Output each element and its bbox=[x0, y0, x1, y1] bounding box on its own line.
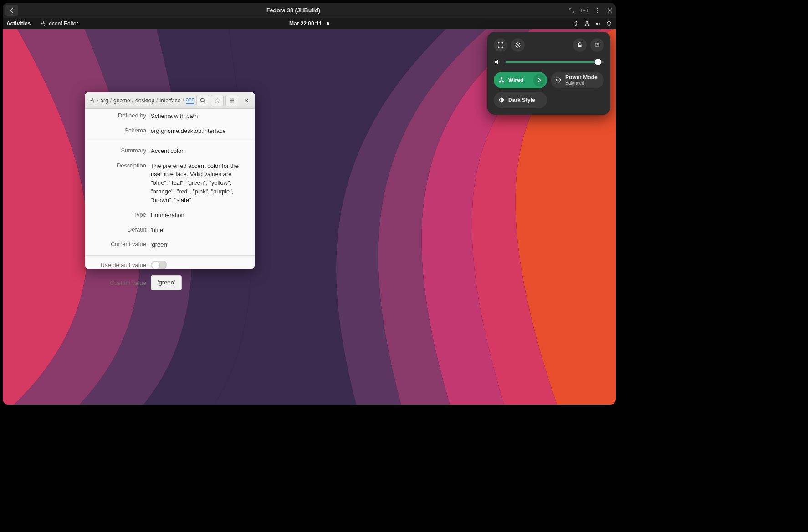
lock-icon bbox=[577, 42, 583, 48]
use-default-toggle[interactable] bbox=[151, 261, 167, 269]
search-icon bbox=[199, 97, 206, 104]
gnome-panel: Activities dconf Editor Mar 22 00:11 bbox=[3, 18, 616, 29]
svg-point-5 bbox=[41, 23, 43, 25]
svg-point-4 bbox=[43, 21, 45, 23]
screenshot-icon bbox=[497, 42, 504, 48]
chevron-left-icon bbox=[9, 7, 15, 14]
svg-rect-0 bbox=[582, 9, 587, 12]
field-value: Accent color bbox=[151, 147, 250, 156]
svg-point-3 bbox=[597, 12, 598, 13]
field-label: Summary bbox=[90, 147, 146, 156]
field-row: Current value 'green' bbox=[85, 238, 255, 253]
activities-button[interactable]: Activities bbox=[6, 20, 31, 27]
field-label: Default bbox=[90, 226, 146, 235]
volume-icon bbox=[595, 20, 601, 27]
field-value: org.gnome.desktop.interface bbox=[151, 127, 250, 136]
volume-icon bbox=[494, 58, 501, 66]
svg-point-13 bbox=[92, 98, 93, 99]
vm-title: Fedora 38 (JHBuild) bbox=[266, 7, 320, 14]
app-menu[interactable]: dconf Editor bbox=[40, 20, 78, 27]
star-icon bbox=[214, 97, 220, 104]
svg-rect-21 bbox=[499, 81, 501, 83]
power-button[interactable] bbox=[590, 38, 604, 52]
network-icon bbox=[584, 20, 590, 27]
breadcrumb-segment[interactable]: desktop bbox=[135, 97, 154, 104]
tile-sublabel: Balanced bbox=[565, 81, 598, 86]
dark-style-tile[interactable]: Dark Style bbox=[494, 92, 547, 108]
field-row: Schema org.gnome.desktop.interface bbox=[85, 124, 255, 139]
svg-rect-9 bbox=[585, 25, 587, 26]
volume-slider[interactable] bbox=[494, 58, 604, 66]
field-row: Summary Accent color bbox=[85, 144, 255, 159]
window-close-button[interactable] bbox=[240, 95, 253, 106]
tile-label: Dark Style bbox=[508, 97, 535, 103]
clock-text: Mar 22 00:11 bbox=[289, 20, 322, 27]
close-icon bbox=[243, 97, 250, 104]
lock-button[interactable] bbox=[573, 38, 587, 52]
field-label: Defined by bbox=[90, 112, 146, 121]
field-value: The preferred accent color for the user … bbox=[151, 162, 250, 205]
power-mode-tile[interactable]: Power Mode Balanced bbox=[551, 72, 604, 88]
dark-mode-icon bbox=[498, 97, 505, 103]
svg-point-15 bbox=[93, 101, 94, 102]
svg-point-16 bbox=[200, 98, 204, 102]
field-label: Use default value bbox=[90, 262, 146, 269]
custom-value-combo[interactable]: 'green' bbox=[151, 275, 182, 290]
tile-label: Wired bbox=[508, 77, 523, 83]
tile-label: Power Mode bbox=[565, 75, 598, 81]
accessibility-icon bbox=[573, 20, 579, 27]
clock[interactable]: Mar 22 00:11 bbox=[289, 20, 329, 27]
dconf-editor-window: / org / gnome / desktop / interface / ac… bbox=[85, 92, 255, 269]
breadcrumb-segment[interactable]: org bbox=[100, 97, 108, 104]
svg-point-17 bbox=[517, 44, 519, 46]
network-icon bbox=[498, 77, 505, 83]
svg-rect-18 bbox=[578, 45, 582, 47]
field-row: Type Enumeration bbox=[85, 208, 255, 223]
system-menu-trigger[interactable] bbox=[573, 20, 612, 27]
hamburger-button[interactable] bbox=[225, 95, 238, 106]
field-label: Custom value bbox=[90, 279, 146, 286]
field-row: Custom value 'green' bbox=[85, 272, 255, 294]
breadcrumb-segment-active[interactable]: acce… color bbox=[186, 96, 194, 104]
fullscreen-icon[interactable] bbox=[568, 7, 575, 14]
power-icon bbox=[594, 42, 600, 48]
svg-rect-22 bbox=[502, 81, 504, 83]
breadcrumb: / org / gnome / desktop / interface / ac… bbox=[87, 96, 194, 104]
breadcrumb-segment[interactable]: interface bbox=[159, 97, 180, 104]
chevron-right-icon[interactable] bbox=[533, 74, 545, 86]
svg-point-1 bbox=[597, 8, 598, 9]
field-row: Default 'blue' bbox=[85, 223, 255, 238]
breadcrumb-segment[interactable]: gnome bbox=[113, 97, 130, 104]
wired-tile[interactable]: Wired bbox=[494, 72, 547, 88]
notification-dot-icon bbox=[327, 22, 329, 25]
field-value: Enumeration bbox=[151, 211, 250, 220]
field-label: Schema bbox=[90, 127, 146, 136]
settings-sliders-icon bbox=[40, 20, 46, 27]
svg-rect-8 bbox=[586, 21, 588, 23]
svg-rect-10 bbox=[588, 25, 590, 26]
search-button[interactable] bbox=[196, 95, 209, 106]
field-label: Current value bbox=[90, 241, 146, 249]
hamburger-icon bbox=[229, 97, 235, 104]
svg-point-6 bbox=[44, 25, 46, 26]
keyboard-icon[interactable] bbox=[581, 7, 588, 14]
screenshot-button[interactable] bbox=[494, 38, 507, 52]
settings-button[interactable] bbox=[511, 38, 525, 52]
power-mode-icon bbox=[555, 77, 562, 83]
vm-titlebar: Fedora 38 (JHBuild) bbox=[3, 3, 616, 18]
app-name: dconf Editor bbox=[49, 20, 78, 27]
svg-point-14 bbox=[91, 100, 92, 101]
bookmark-button[interactable] bbox=[211, 95, 224, 106]
settings-sliders-icon[interactable] bbox=[89, 97, 95, 104]
field-label: Type bbox=[90, 211, 146, 220]
back-button[interactable] bbox=[5, 5, 18, 16]
svg-point-2 bbox=[597, 10, 598, 10]
quick-settings-popover: Wired Power Mode Balanced Dark Style bbox=[487, 32, 610, 115]
field-value: 'green' bbox=[151, 241, 250, 249]
field-row: Description The preferred accent color f… bbox=[85, 159, 255, 208]
field-value: 'blue' bbox=[151, 226, 250, 235]
menu-icon[interactable] bbox=[594, 7, 600, 14]
close-icon[interactable] bbox=[607, 7, 613, 14]
field-row: Use default value bbox=[85, 258, 255, 272]
power-icon bbox=[606, 20, 612, 27]
